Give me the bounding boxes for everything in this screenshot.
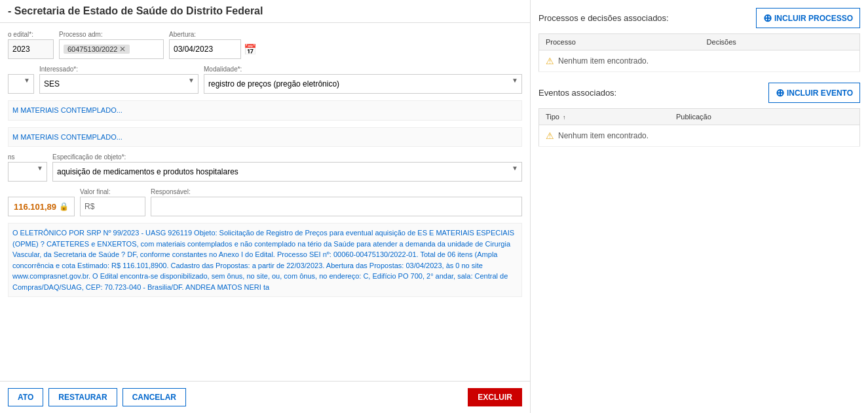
incluir-evento-label: INCLUIR EVENTO (787, 88, 853, 98)
eventos-section: Eventos associados: ⊕ INCLUIR EVENTO Tip… (538, 83, 860, 147)
interessado-label: Interessado*: (39, 66, 198, 73)
processo-adm-field: Processo adm: 60475130/2022 ✕ (59, 31, 164, 59)
calendar-icon[interactable]: 📅 (244, 43, 257, 56)
abertura-label: Abertura: (169, 31, 257, 38)
valor-final-field: Valor final: R$ (80, 188, 145, 216)
desc-long-text: O ELETRÔNICO POR SRP Nº 99/2023 - UASG 9… (12, 229, 514, 291)
ano-label: o edital*: (8, 31, 54, 38)
ato-button[interactable]: ATO (8, 388, 43, 406)
incluir-processo-button[interactable]: ⊕ INCLUIR PROCESSO (756, 8, 860, 28)
ano-field: o edital*: (8, 31, 54, 59)
abertura-field: Abertura: 📅 (169, 31, 257, 59)
valor-number: 116.101,89 (14, 202, 56, 212)
tipo-col-header: Tipo ↑ (539, 109, 670, 125)
valor-currency: R$ (85, 202, 94, 211)
page-title: - Secretaria de Estado de Saúde do Distr… (8, 5, 263, 16)
ano-input[interactable] (8, 39, 54, 59)
publicacao-col-header: Publicação (670, 109, 859, 125)
right-panel: Processos e decisões associados: ⊕ INCLU… (531, 0, 868, 413)
plus-evento-icon: ⊕ (776, 87, 784, 99)
form-row-4: 116.101,89 🔒 Valor final: R$ Responsável… (8, 188, 522, 216)
processos-title: Processos e decisões associados: (538, 13, 669, 23)
processos-header: Processos e decisões associados: ⊕ INCLU… (538, 8, 860, 28)
valor-display: 116.101,89 🔒 (8, 197, 75, 216)
decisoes-col-header: Decisões (700, 34, 860, 50)
form-row-1: o edital*: Processo adm: 60475130/2022 ✕… (8, 31, 522, 59)
processo-adm-label: Processo adm: (59, 31, 164, 38)
processo-tag-value: 60475130/2022 (67, 45, 117, 53)
processos-empty-row: ⚠ Nenhum item encontrado. (539, 50, 860, 72)
desc2-text: M MATERIAIS CONTEMPLADO... (12, 133, 123, 141)
processos-table: Processo Decisões ⚠ Nenhum item encontra… (538, 33, 860, 72)
modalidade-select[interactable]: registro de preços (pregão eletrônico) (204, 74, 522, 94)
eventos-empty-text: Nenhum item encontrado. (558, 131, 649, 140)
warning-icon-eventos: ⚠ (546, 130, 554, 141)
lock-icon: 🔒 (59, 202, 69, 211)
processo-adm-tag-input: 60475130/2022 ✕ (59, 39, 164, 59)
description-long: O ELETRÔNICO POR SRP Nº 99/2023 - UASG 9… (8, 223, 522, 297)
valor-final-label: Valor final: (80, 188, 145, 195)
responsavel-field: Responsável: (151, 188, 522, 216)
modalidade-field: Modalidade*: registro de preços (pregão … (204, 66, 522, 94)
objeto-label: Especificação de objeto*: (52, 153, 522, 161)
processo-tag-close[interactable]: ✕ (119, 45, 126, 53)
restaurar-button[interactable]: RESTAURAR (48, 388, 117, 406)
tipo-sort-icon[interactable]: ↑ (563, 114, 566, 121)
form-area: o edital*: Processo adm: 60475130/2022 ✕… (0, 23, 530, 381)
description-text-2: M MATERIAIS CONTEMPLADO... (8, 127, 522, 148)
warning-icon-processos: ⚠ (546, 56, 554, 66)
ns-select[interactable] (8, 162, 47, 182)
interessado-select[interactable]: SES (39, 74, 198, 94)
form-row-2: ▼ Interessado*: SES ▼ Modalidade*: regis… (8, 66, 522, 94)
interessado-field: Interessado*: SES ▼ (39, 66, 198, 94)
tipo-col-label: Tipo (546, 113, 559, 121)
type-select-field: ▼ (8, 66, 34, 94)
incluir-processo-label: INCLUIR PROCESSO (774, 14, 853, 23)
processo-col-header: Processo (539, 34, 700, 50)
type-select[interactable] (8, 74, 34, 94)
processos-empty-text: Nenhum item encontrado. (558, 56, 649, 66)
objeto-field: Especificação de objeto*: aquisição de m… (52, 153, 522, 182)
description-text-1: M MATERIAIS CONTEMPLADO... (8, 100, 522, 121)
eventos-title: Eventos associados: (538, 88, 616, 98)
form-row-3: ns ▼ Especificação de objeto*: aquisição… (8, 153, 522, 182)
eventos-empty-cell: ⚠ Nenhum item encontrado. (539, 125, 860, 147)
left-panel: - Secretaria de Estado de Saúde do Distr… (0, 0, 531, 413)
processos-empty-message: ⚠ Nenhum item encontrado. (546, 56, 853, 66)
eventos-header: Eventos associados: ⊕ INCLUIR EVENTO (538, 83, 860, 103)
bottom-buttons: ATO RESTAURAR CANCELAR EXCLUIR (0, 381, 530, 413)
responsavel-label: Responsável: (151, 188, 522, 195)
valor-inicial-label (8, 188, 75, 195)
plus-processo-icon: ⊕ (763, 12, 772, 24)
page-header: - Secretaria de Estado de Saúde do Distr… (0, 0, 530, 23)
ns-field: ns ▼ (8, 153, 47, 182)
processos-table-header: Processo Decisões (539, 34, 860, 50)
processos-empty-cell: ⚠ Nenhum item encontrado. (539, 50, 860, 72)
eventos-table-header: Tipo ↑ Publicação (539, 109, 860, 125)
modalidade-label: Modalidade*: (204, 66, 522, 73)
responsavel-input[interactable] (151, 197, 522, 216)
processo-tag: 60475130/2022 ✕ (64, 45, 130, 54)
cancelar-button[interactable]: CANCELAR (123, 388, 186, 406)
valor-inicial-field: 116.101,89 🔒 (8, 188, 75, 216)
objeto-select[interactable]: aquisição de medicamentos e produtos hos… (52, 162, 522, 182)
incluir-evento-button[interactable]: ⊕ INCLUIR EVENTO (768, 83, 860, 103)
eventos-empty-message: ⚠ Nenhum item encontrado. (546, 130, 853, 141)
abertura-input[interactable] (169, 39, 241, 59)
eventos-empty-row: ⚠ Nenhum item encontrado. (539, 125, 860, 147)
desc1-text: M MATERIAIS CONTEMPLADO... (12, 106, 123, 114)
eventos-table: Tipo ↑ Publicação ⚠ Nenhum item encontra… (538, 108, 860, 147)
processos-section: Processos e decisões associados: ⊕ INCLU… (538, 8, 860, 72)
excluir-button[interactable]: EXCLUIR (468, 388, 522, 406)
